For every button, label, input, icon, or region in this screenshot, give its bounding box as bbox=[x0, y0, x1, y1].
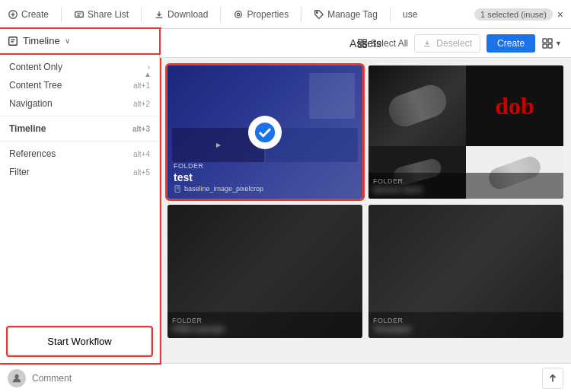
assets-grid: ▶ FOLDER test baseline_image_pixelcrop bbox=[160, 58, 571, 346]
menu-shortcut: alt+5 bbox=[133, 168, 150, 177]
assets-controls: Select All Deselect Create bbox=[357, 34, 562, 53]
sidebar-title-text: Timeline bbox=[23, 35, 60, 46]
view-toggle-chevron: ▼ bbox=[555, 40, 562, 47]
menu-item-label: Timeline bbox=[9, 123, 46, 134]
send-comment-btn[interactable] bbox=[542, 368, 563, 389]
svg-rect-20 bbox=[543, 44, 547, 48]
card1-filename: baseline_image_pixelcrop bbox=[184, 185, 263, 193]
card4-name: Templates bbox=[373, 324, 559, 333]
card2-type: FOLDER bbox=[373, 177, 559, 185]
svg-point-25 bbox=[256, 123, 273, 141]
menu-shortcut: alt+4 bbox=[133, 150, 150, 158]
sidebar-header[interactable]: Timeline ∨ bbox=[0, 29, 159, 53]
asset-card-test[interactable]: ▶ FOLDER test baseline_image_pixelcrop bbox=[167, 65, 362, 199]
svg-point-9 bbox=[317, 11, 318, 13]
properties-label: Properties bbox=[247, 9, 289, 20]
create-toolbar-btn[interactable]: Create bbox=[8, 9, 49, 20]
properties-btn[interactable]: Properties bbox=[233, 9, 289, 20]
deselect-btn[interactable]: Deselect bbox=[414, 34, 480, 53]
assets-title: Assets bbox=[349, 37, 381, 49]
view-toggle-btn[interactable]: ▼ bbox=[541, 37, 562, 49]
shoe-cell-2: dob bbox=[466, 65, 563, 146]
card2-name: blurred name bbox=[373, 185, 559, 194]
assets-header: Assets Select All Desele bbox=[160, 29, 571, 58]
chevron-down-icon: ∨ bbox=[65, 37, 70, 45]
menu-item-label: References bbox=[9, 148, 56, 159]
sidebar-item-content-only[interactable]: Content Only › bbox=[0, 58, 159, 76]
card3-name: DAM example bbox=[172, 324, 358, 333]
menu-divider2 bbox=[0, 141, 159, 142]
card1-thumb bbox=[309, 73, 355, 119]
deselect-label: Deselect bbox=[436, 38, 472, 49]
divider1 bbox=[61, 7, 62, 22]
svg-rect-3 bbox=[75, 11, 84, 17]
card3-info: FOLDER DAM example bbox=[167, 312, 362, 338]
menu-divider bbox=[0, 116, 159, 116]
menu-item-label: Content Tree bbox=[9, 80, 62, 91]
sidebar-item-content-tree[interactable]: Content Tree alt+1 bbox=[0, 76, 159, 94]
user-icon bbox=[11, 373, 22, 384]
use-btn[interactable]: use bbox=[403, 9, 417, 20]
menu-item-label: Navigation bbox=[9, 98, 53, 109]
create-asset-btn[interactable]: Create bbox=[486, 34, 535, 53]
svg-rect-10 bbox=[9, 37, 18, 45]
sidebar: Timeline ∨ Content Only › Content Tree a… bbox=[0, 29, 160, 363]
svg-rect-18 bbox=[543, 39, 547, 43]
checkmark-icon bbox=[254, 122, 276, 143]
card1-file: baseline_image_pixelcrop bbox=[174, 185, 356, 193]
download-icon bbox=[423, 39, 432, 48]
bottom-bar bbox=[0, 363, 571, 392]
sidebar-scroll-up-btn[interactable]: ▲ bbox=[141, 67, 155, 81]
selected-badge: 1 selected (inuse) × bbox=[474, 8, 563, 21]
sidebar-item-navigation[interactable]: Navigation alt+2 bbox=[0, 94, 159, 113]
menu-shortcut: alt+1 bbox=[133, 81, 150, 90]
close-badge-btn[interactable]: × bbox=[557, 8, 563, 21]
divider4 bbox=[301, 7, 301, 22]
shoe-cell-1 bbox=[368, 65, 466, 146]
start-workflow-button[interactable]: Start Workflow bbox=[8, 327, 152, 355]
file-icon bbox=[174, 185, 181, 193]
assets-area: Assets Select All Desele bbox=[160, 29, 571, 363]
main-layout: Timeline ∨ Content Only › Content Tree a… bbox=[0, 29, 571, 363]
share-list-label: Share List bbox=[88, 9, 129, 20]
card4-type: FOLDER bbox=[373, 317, 559, 324]
divider5 bbox=[390, 7, 391, 22]
grid-icon bbox=[541, 37, 553, 49]
svg-point-7 bbox=[235, 11, 242, 18]
card1-type: FOLDER bbox=[174, 162, 356, 170]
card1-info: FOLDER test baseline_image_pixelcrop bbox=[167, 156, 362, 199]
sidebar-menu: Content Only › Content Tree alt+1 Naviga… bbox=[0, 53, 159, 320]
card4-info: FOLDER Templates bbox=[368, 312, 563, 338]
svg-rect-21 bbox=[548, 44, 552, 48]
sidebar-item-references[interactable]: References alt+4 bbox=[0, 145, 159, 163]
top-toolbar: Create Share List Download Properties Ma… bbox=[0, 0, 571, 29]
asset-card-shoe[interactable]: dob FOLDER blurred name bbox=[368, 65, 563, 199]
svg-rect-19 bbox=[548, 39, 552, 43]
asset-card-dam[interactable]: FOLDER DAM example bbox=[167, 205, 362, 338]
manage-tag-label: Manage Tag bbox=[327, 9, 378, 20]
user-avatar bbox=[8, 369, 26, 387]
download-btn[interactable]: Download bbox=[154, 9, 208, 20]
share-list-btn[interactable]: Share List bbox=[74, 9, 129, 20]
create-label: Create bbox=[21, 9, 49, 20]
card3-type: FOLDER bbox=[172, 317, 358, 324]
divider3 bbox=[220, 7, 221, 22]
send-icon bbox=[547, 373, 558, 384]
timeline-icon bbox=[8, 36, 18, 46]
menu-item-label: Content Only bbox=[9, 62, 62, 72]
sidebar-item-filter[interactable]: Filter alt+5 bbox=[0, 163, 159, 181]
divider2 bbox=[141, 7, 142, 22]
menu-shortcut: alt+2 bbox=[133, 100, 150, 108]
sidebar-title-btn[interactable]: Timeline ∨ bbox=[8, 35, 70, 46]
svg-point-26 bbox=[14, 374, 18, 378]
asset-card-templates[interactable]: FOLDER Templates bbox=[368, 205, 563, 338]
comment-input[interactable] bbox=[32, 373, 536, 384]
card2-info: FOLDER blurred name bbox=[368, 173, 563, 199]
manage-tag-btn[interactable]: Manage Tag bbox=[314, 9, 378, 20]
sidebar-item-timeline[interactable]: Timeline alt+3 bbox=[0, 120, 159, 138]
check-badge bbox=[248, 116, 282, 149]
menu-shortcut: alt+3 bbox=[132, 125, 150, 133]
use-label: use bbox=[403, 9, 417, 20]
card1-name: test bbox=[174, 171, 356, 183]
download-label: Download bbox=[167, 9, 208, 20]
